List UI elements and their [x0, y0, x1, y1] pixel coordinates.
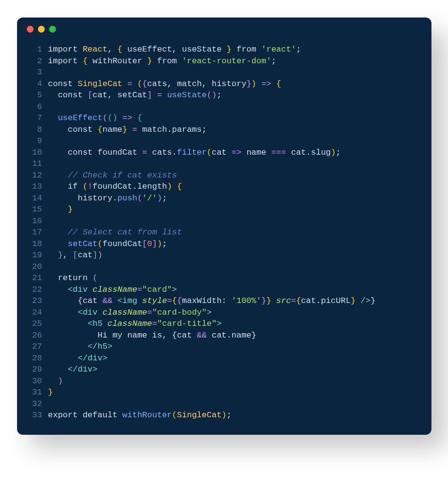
code-line: 1import React, { useEffect, useState } f… [17, 44, 431, 55]
line-number: 1 [17, 44, 48, 55]
line-number: 29 [17, 364, 48, 375]
line-content: // Select cat from list [48, 227, 431, 238]
line-number: 7 [17, 112, 48, 124]
code-line: 15 } [17, 204, 431, 215]
line-number: 11 [17, 158, 48, 170]
line-content: setCat(foundCat[0]); [48, 238, 431, 250]
line-content: <h5 className="card-title"> [48, 318, 431, 330]
line-content: const SingleCat = ({cats, match, history… [48, 78, 431, 90]
line-number: 31 [17, 387, 48, 398]
code-line: 3 [17, 67, 431, 78]
line-number: 4 [17, 78, 48, 90]
line-content: } [48, 387, 431, 398]
code-line: 19 }, [cat]) [17, 249, 431, 261]
line-number: 26 [17, 330, 48, 341]
code-line: 27 </h5> [17, 341, 431, 353]
code-area: 1import React, { useEffect, useState } f… [17, 41, 431, 435]
code-line: 22 <div className="card"> [17, 284, 431, 296]
code-line: 13 if (!foundCat.length) { [17, 181, 431, 193]
line-content: {cat && <img style={{maxWidth: '100%'}} … [48, 295, 431, 307]
line-content: <div className="card"> [48, 284, 431, 296]
line-content: // Check if cat exists [48, 170, 431, 181]
code-window: 1import React, { useEffect, useState } f… [17, 18, 431, 435]
line-number: 28 [17, 353, 48, 364]
line-content: import React, { useEffect, useState } fr… [48, 44, 431, 55]
line-content: const foundCat = cats.filter(cat => name… [48, 147, 431, 159]
line-number: 20 [17, 261, 48, 273]
code-line: 20 [17, 261, 431, 273]
line-content: useEffect(() => { [48, 112, 431, 124]
line-content: }, [cat]) [48, 249, 431, 261]
code-line: 30 ) [17, 375, 431, 387]
code-line: 7 useEffect(() => { [17, 112, 431, 124]
line-number: 5 [17, 89, 48, 101]
code-line: 32 [17, 398, 431, 410]
code-line: 23 {cat && <img style={{maxWidth: '100%'… [17, 295, 431, 307]
zoom-dot[interactable] [49, 26, 56, 33]
code-line: 2import { withRouter } from 'react-route… [17, 55, 431, 67]
line-content: const {name} = match.params; [48, 124, 431, 136]
line-content [48, 135, 431, 147]
code-line: 4const SingleCat = ({cats, match, histor… [17, 78, 431, 90]
line-number: 9 [17, 135, 48, 147]
code-line: 18 setCat(foundCat[0]); [17, 238, 431, 250]
code-line: 29 </div> [17, 364, 431, 375]
line-number: 6 [17, 101, 48, 113]
line-content: import { withRouter } from 'react-router… [48, 55, 431, 67]
code-line: 26 Hi my name is, {cat && cat.name} [17, 330, 431, 341]
line-content [48, 67, 431, 78]
line-number: 13 [17, 181, 48, 193]
line-number: 12 [17, 170, 48, 181]
code-line: 12 // Check if cat exists [17, 170, 431, 181]
line-number: 8 [17, 124, 48, 136]
code-line: 11 [17, 158, 431, 170]
code-line: 25 <h5 className="card-title"> [17, 318, 431, 330]
minimize-dot[interactable] [38, 26, 45, 33]
line-content [48, 158, 431, 170]
line-number: 19 [17, 249, 48, 261]
line-content: <div className="card-body"> [48, 307, 431, 319]
line-number: 2 [17, 55, 48, 67]
line-content [48, 215, 431, 227]
line-content: history.push('/'); [48, 193, 431, 204]
code-line: 31} [17, 387, 431, 398]
code-line: 10 const foundCat = cats.filter(cat => n… [17, 147, 431, 159]
line-number: 15 [17, 204, 48, 215]
code-line: 33export default withRouter(SingleCat); [17, 409, 431, 421]
line-content: ) [48, 375, 431, 387]
code-line: 9 [17, 135, 431, 147]
line-number: 3 [17, 67, 48, 78]
code-line: 17 // Select cat from list [17, 227, 431, 238]
line-number: 25 [17, 318, 48, 330]
line-content [48, 261, 431, 273]
line-number: 10 [17, 147, 48, 159]
line-content: </div> [48, 364, 431, 375]
line-number: 16 [17, 215, 48, 227]
line-content: </div> [48, 353, 431, 364]
line-number: 27 [17, 341, 48, 353]
line-content: Hi my name is, {cat && cat.name} [48, 330, 431, 341]
code-line: 14 history.push('/'); [17, 193, 431, 204]
line-number: 17 [17, 227, 48, 238]
line-number: 33 [17, 409, 48, 421]
line-content: </h5> [48, 341, 431, 353]
line-content: const [cat, setCat] = useState(); [48, 89, 431, 101]
code-line: 5 const [cat, setCat] = useState(); [17, 89, 431, 101]
line-content: } [48, 204, 431, 215]
window-titlebar [17, 18, 431, 41]
code-line: 21 return ( [17, 272, 431, 284]
close-dot[interactable] [27, 26, 34, 33]
line-number: 14 [17, 193, 48, 204]
line-content [48, 398, 431, 410]
line-number: 22 [17, 284, 48, 296]
line-number: 30 [17, 375, 48, 387]
code-line: 16 [17, 215, 431, 227]
line-content: export default withRouter(SingleCat); [48, 409, 431, 421]
code-line: 24 <div className="card-body"> [17, 307, 431, 319]
code-line: 28 </div> [17, 353, 431, 364]
line-number: 21 [17, 272, 48, 284]
code-line: 8 const {name} = match.params; [17, 124, 431, 136]
line-number: 24 [17, 307, 48, 319]
line-number: 23 [17, 295, 48, 307]
code-line: 6 [17, 101, 431, 113]
